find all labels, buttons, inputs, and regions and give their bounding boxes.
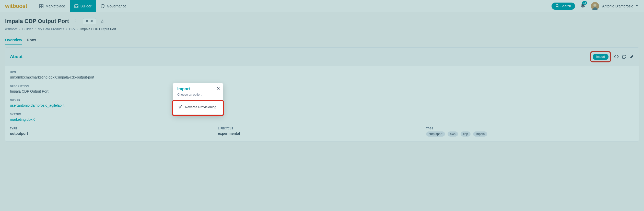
code-icon: [74, 4, 78, 8]
chevron-down-icon[interactable]: [635, 4, 639, 8]
modal-option-highlight: Reverse Provisioning: [172, 100, 224, 116]
tag-item[interactable]: aws: [448, 131, 458, 137]
svg-rect-1: [42, 4, 43, 6]
version-badge: 0.0.0: [83, 18, 96, 24]
tag-item[interactable]: impala: [473, 131, 487, 137]
nav-governance-label: Governance: [107, 4, 126, 8]
crumb-my-data-products[interactable]: My Data Products: [38, 27, 64, 31]
owner-link[interactable]: user:antonio.dambrosio_agilelab.it: [10, 103, 634, 107]
modal-option-label: Reverse Provisioning: [185, 105, 216, 109]
refresh-icon[interactable]: [622, 54, 626, 59]
user-menu[interactable]: Antonio D'ambrosio: [602, 4, 633, 8]
urn-value: urn:dmb:cmp:marketing:dpx:0:impala-cdp-o…: [10, 75, 634, 79]
svg-point-5: [556, 4, 558, 6]
import-button-highlight: Import: [590, 51, 611, 62]
svg-rect-2: [40, 6, 41, 8]
nav-builder[interactable]: Builder: [70, 0, 96, 12]
page-header: Impala CDP Output Port ⋮ 0.0.0 ☆ witboos…: [0, 12, 644, 33]
nav-marketplace-label: Marketplace: [45, 4, 65, 8]
tag-item[interactable]: cdp: [461, 131, 471, 137]
about-card: About Import URN urn:dmb:cmp:marketing:d…: [5, 47, 639, 141]
modal-subtitle: Choose an option:: [177, 93, 219, 96]
tab-overview[interactable]: Overview: [5, 38, 22, 45]
nav-governance[interactable]: Governance: [96, 0, 131, 12]
svg-point-6: [593, 4, 596, 7]
system-label: SYSTEM: [10, 113, 634, 116]
nav-builder-label: Builder: [80, 4, 92, 8]
type-value: outputport: [10, 131, 218, 136]
tabs: Overview Docs: [5, 38, 644, 45]
crumb-root[interactable]: witboost: [5, 27, 17, 31]
edit-icon[interactable]: [629, 54, 634, 59]
shield-icon: [101, 4, 105, 8]
urn-label: URN: [10, 71, 634, 74]
top-navbar: witboost Marketplace Builder Governance …: [0, 0, 644, 12]
svg-rect-3: [42, 6, 43, 8]
tag-item[interactable]: outputport: [426, 131, 445, 137]
type-label: TYPE: [10, 127, 218, 130]
brand-logo: witboost: [5, 3, 27, 9]
crumb-builder[interactable]: Builder: [22, 27, 32, 31]
import-modal: ✕ Import Choose an option: Reverse Provi…: [173, 83, 223, 115]
reverse-provisioning-option[interactable]: Reverse Provisioning: [177, 103, 219, 112]
tab-docs[interactable]: Docs: [27, 38, 36, 45]
magic-wand-icon: [178, 105, 182, 109]
close-icon[interactable]: ✕: [216, 86, 220, 91]
nav-marketplace[interactable]: Marketplace: [35, 0, 69, 12]
bell-icon: [580, 5, 586, 9]
notifications-button[interactable]: 14: [580, 3, 586, 9]
kebab-menu-icon[interactable]: ⋮: [73, 17, 79, 25]
description-label: DESCRIPTION: [10, 85, 634, 88]
code-brackets-icon[interactable]: [614, 54, 619, 59]
search-icon: [556, 4, 559, 8]
crumb-current: Impala CDP Output Port: [80, 27, 116, 31]
svg-rect-0: [40, 4, 41, 6]
tags-container: outputport aws cdp impala: [426, 131, 634, 137]
system-link[interactable]: marketing.dpx.0: [10, 117, 634, 121]
about-title: About: [10, 54, 22, 59]
crumb-dpx[interactable]: DPx: [69, 27, 75, 31]
lifecycle-label: LIFECYCLE: [218, 127, 426, 130]
breadcrumb: witboost / Builder / My Data Products / …: [5, 27, 639, 31]
modal-title: Import: [177, 87, 219, 91]
notification-count-badge: 14: [582, 1, 587, 5]
page-title: Impala CDP Output Port: [5, 18, 69, 25]
description-value: Impala CDP Output Port: [10, 89, 634, 93]
search-label: Search: [560, 4, 571, 8]
import-button[interactable]: Import: [593, 54, 608, 60]
about-card-header: About Import: [5, 48, 639, 66]
search-button[interactable]: Search: [552, 3, 575, 10]
lifecycle-value: experimental: [218, 131, 426, 136]
avatar[interactable]: [591, 2, 599, 10]
star-icon[interactable]: ☆: [100, 18, 104, 24]
owner-label: OWNER: [10, 99, 634, 102]
grid-icon: [39, 4, 43, 8]
tags-label: TAGS: [426, 127, 634, 130]
